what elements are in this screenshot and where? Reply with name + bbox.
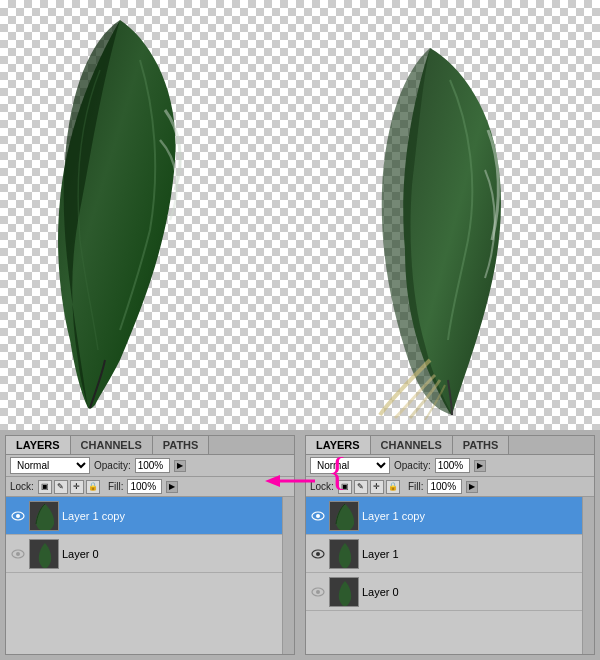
left-lock-icons: ▣ ✎ ✛ 🔒 bbox=[38, 480, 100, 494]
right-tab-paths[interactable]: PATHS bbox=[453, 436, 510, 454]
left-scrollbar[interactable] bbox=[282, 497, 294, 654]
right-lock-label: Lock: bbox=[310, 481, 334, 492]
left-layers-list: Layer 1 copy bbox=[6, 497, 282, 654]
panels-area: LAYERS CHANNELS PATHS Normal Opacity: ▶ … bbox=[0, 430, 600, 660]
left-lock-label: Lock: bbox=[10, 481, 34, 492]
left-layer-item-1[interactable]: Layer 0 bbox=[6, 535, 282, 573]
left-tab-channels[interactable]: CHANNELS bbox=[71, 436, 153, 454]
right-layers-list: Layer 1 copy bbox=[306, 497, 582, 654]
left-opacity-label: Opacity: bbox=[94, 460, 131, 471]
right-eye-icon-0[interactable] bbox=[310, 508, 326, 524]
right-panel: LAYERS CHANNELS PATHS Normal Opacity: ▶ … bbox=[305, 435, 595, 655]
feather-left bbox=[20, 10, 220, 410]
left-lock-position[interactable]: ✛ bbox=[70, 480, 84, 494]
left-tab-paths[interactable]: PATHS bbox=[153, 436, 210, 454]
left-blend-mode-select[interactable]: Normal bbox=[10, 457, 90, 474]
right-layer-thumb-0 bbox=[329, 501, 359, 531]
svg-point-13 bbox=[316, 590, 320, 594]
right-layer-thumb-2 bbox=[329, 577, 359, 607]
right-lock-all[interactable]: 🔒 bbox=[386, 480, 400, 494]
left-panel-scroll-right[interactable]: ▶ bbox=[174, 460, 186, 472]
right-lock-pixels[interactable]: ✎ bbox=[354, 480, 368, 494]
left-lock-pixels[interactable]: ✎ bbox=[54, 480, 68, 494]
right-layer-item-2[interactable]: Layer 0 bbox=[306, 573, 582, 611]
right-lock-controls: Lock: ▣ ✎ ✛ 🔒 Fill: ▶ bbox=[306, 477, 594, 497]
right-panel-tabs: LAYERS CHANNELS PATHS bbox=[306, 436, 594, 455]
right-scrollbar[interactable] bbox=[582, 497, 594, 654]
left-lock-transparent[interactable]: ▣ bbox=[38, 480, 52, 494]
right-layer-thumb-1 bbox=[329, 539, 359, 569]
left-layer-name-0: Layer 1 copy bbox=[62, 510, 278, 522]
right-blend-mode-select[interactable]: Normal bbox=[310, 457, 390, 474]
left-layer-item-0[interactable]: Layer 1 copy bbox=[6, 497, 282, 535]
left-blend-controls: Normal Opacity: ▶ bbox=[6, 455, 294, 477]
left-fill-input[interactable] bbox=[127, 479, 162, 494]
canvas-area bbox=[0, 0, 600, 430]
svg-point-10 bbox=[316, 552, 320, 556]
left-tab-layers[interactable]: LAYERS bbox=[6, 436, 71, 454]
left-layers-inner: Layer 1 copy bbox=[6, 497, 294, 654]
feather-right bbox=[340, 40, 540, 420]
right-fill-label: Fill: bbox=[408, 481, 424, 492]
left-layer-name-1: Layer 0 bbox=[62, 548, 278, 560]
right-panel-scroll-right[interactable]: ▶ bbox=[474, 460, 486, 472]
left-lock-all[interactable]: 🔒 bbox=[86, 480, 100, 494]
left-opacity-input[interactable] bbox=[135, 458, 170, 473]
right-opacity-input[interactable] bbox=[435, 458, 470, 473]
left-eye-icon-0[interactable] bbox=[10, 508, 26, 524]
right-eye-icon-1[interactable] bbox=[310, 546, 326, 562]
left-fill-label: Fill: bbox=[108, 481, 124, 492]
svg-point-7 bbox=[316, 514, 320, 518]
left-panel-tabs: LAYERS CHANNELS PATHS bbox=[6, 436, 294, 455]
left-layer-thumb-1 bbox=[29, 539, 59, 569]
right-layers-inner: Layer 1 copy bbox=[306, 497, 594, 654]
right-layer-item-0[interactable]: Layer 1 copy bbox=[306, 497, 582, 535]
left-panel: LAYERS CHANNELS PATHS Normal Opacity: ▶ … bbox=[5, 435, 295, 655]
right-lock-icons: ▣ ✎ ✛ 🔒 bbox=[338, 480, 400, 494]
right-fill-scroll[interactable]: ▶ bbox=[466, 481, 478, 493]
right-lock-position[interactable]: ✛ bbox=[370, 480, 384, 494]
right-layer-name-1: Layer 1 bbox=[362, 548, 578, 560]
right-layer-name-2: Layer 0 bbox=[362, 586, 578, 598]
left-lock-controls: Lock: ▣ ✎ ✛ 🔒 Fill: ▶ bbox=[6, 477, 294, 497]
left-fill-scroll[interactable]: ▶ bbox=[166, 481, 178, 493]
right-eye-icon-2[interactable] bbox=[310, 584, 326, 600]
left-layer-thumb-0 bbox=[29, 501, 59, 531]
right-tab-channels[interactable]: CHANNELS bbox=[371, 436, 453, 454]
right-tab-layers[interactable]: LAYERS bbox=[306, 436, 371, 454]
svg-point-4 bbox=[16, 552, 20, 556]
main-container: LAYERS CHANNELS PATHS Normal Opacity: ▶ … bbox=[0, 0, 600, 660]
right-layer-name-0: Layer 1 copy bbox=[362, 510, 578, 522]
right-layer-item-1[interactable]: Layer 1 bbox=[306, 535, 582, 573]
left-eye-icon-1[interactable] bbox=[10, 546, 26, 562]
right-opacity-label: Opacity: bbox=[394, 460, 431, 471]
right-lock-transparent[interactable]: ▣ bbox=[338, 480, 352, 494]
svg-point-1 bbox=[16, 514, 20, 518]
right-fill-input[interactable] bbox=[427, 479, 462, 494]
right-blend-controls: Normal Opacity: ▶ bbox=[306, 455, 594, 477]
